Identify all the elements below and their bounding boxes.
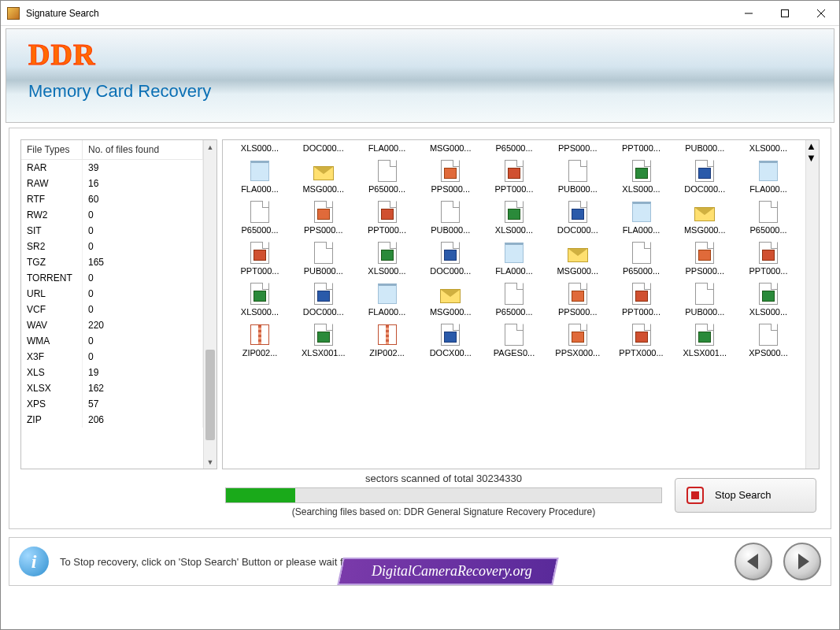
- file-item[interactable]: PPT000...: [483, 158, 545, 194]
- file-item[interactable]: XLS000...: [229, 143, 290, 153]
- file-item[interactable]: PPT000...: [738, 239, 799, 276]
- file-type-row[interactable]: RAR39: [21, 160, 203, 176]
- file-type-row[interactable]: WMA0: [21, 333, 203, 349]
- forward-button[interactable]: [783, 543, 821, 580]
- file-type-name: XLSX: [21, 380, 83, 396]
- file-types-scrollbar[interactable]: ▲ ▼: [203, 140, 216, 469]
- file-item[interactable]: XLS000...: [611, 158, 672, 194]
- scroll-down-icon[interactable]: ▼: [806, 152, 819, 164]
- file-item[interactable]: PPT000...: [357, 198, 418, 235]
- col-file-types[interactable]: File Types: [21, 140, 83, 159]
- file-type-count: 0: [83, 270, 203, 286]
- col-files-count[interactable]: No. of files found: [83, 140, 203, 159]
- file-type-row[interactable]: URL0: [21, 286, 203, 302]
- scroll-thumb[interactable]: [205, 350, 215, 440]
- file-item[interactable]: MSG000...: [420, 143, 481, 153]
- file-item[interactable]: PUB000...: [674, 143, 735, 153]
- file-item[interactable]: FLA000...: [483, 239, 545, 276]
- file-item[interactable]: DOC000...: [547, 198, 609, 235]
- file-item[interactable]: MSG000...: [293, 158, 354, 194]
- file-item[interactable]: PPS000...: [547, 280, 609, 317]
- file-item[interactable]: PPS000...: [293, 198, 354, 235]
- file-name: XLS000...: [357, 266, 418, 276]
- file-item[interactable]: PUB000...: [293, 239, 354, 276]
- file-item[interactable]: P65000...: [357, 158, 418, 194]
- file-type-row[interactable]: RW20: [21, 207, 203, 223]
- file-item[interactable]: P65000...: [483, 280, 545, 317]
- file-type-count: 16: [83, 176, 203, 191]
- file-item[interactable]: P65000...: [483, 143, 545, 153]
- file-item[interactable]: XLS000...: [738, 280, 799, 317]
- file-item[interactable]: MSG000...: [674, 198, 735, 235]
- file-item[interactable]: P65000...: [229, 198, 290, 235]
- file-item[interactable]: DOC000...: [674, 158, 735, 194]
- file-item[interactable]: P65000...: [738, 198, 799, 235]
- file-name: PAGES0...: [483, 348, 545, 358]
- file-item[interactable]: XLS000...: [483, 198, 545, 235]
- scroll-up-icon[interactable]: ▲: [806, 140, 819, 152]
- file-item[interactable]: XLS000...: [229, 280, 290, 317]
- file-type-row[interactable]: TORRENT0: [21, 270, 203, 286]
- minimize-button[interactable]: [731, 2, 767, 25]
- file-item[interactable]: FLA000...: [357, 143, 418, 153]
- file-item[interactable]: PPT000...: [611, 280, 672, 317]
- file-name: MSG000...: [293, 184, 354, 194]
- page-icon: [314, 242, 333, 264]
- file-item[interactable]: XLSX001...: [293, 321, 354, 358]
- file-item[interactable]: PPS000...: [420, 158, 481, 194]
- file-name: PPSX000...: [547, 348, 609, 358]
- file-item[interactable]: XLS000...: [738, 143, 799, 153]
- file-type-row[interactable]: XLS19: [21, 365, 203, 380]
- file-type-row[interactable]: ZIP206: [21, 412, 203, 428]
- file-name: XLS000...: [738, 143, 799, 153]
- file-item[interactable]: DOC000...: [293, 143, 354, 153]
- file-type-row[interactable]: SR20: [21, 239, 203, 254]
- file-item[interactable]: PPTX000...: [611, 321, 672, 358]
- file-item[interactable]: P65000...: [611, 239, 672, 276]
- scroll-down-icon[interactable]: ▼: [204, 455, 216, 469]
- file-item[interactable]: ZIP002...: [357, 321, 418, 358]
- file-item[interactable]: MSG000...: [420, 280, 481, 317]
- file-item[interactable]: FLA000...: [357, 280, 418, 317]
- file-item[interactable]: DOC000...: [293, 280, 354, 317]
- stop-search-button[interactable]: Stop Search: [675, 478, 816, 513]
- file-item[interactable]: PPS000...: [674, 239, 735, 276]
- file-item[interactable]: FLA000...: [611, 198, 672, 235]
- close-button[interactable]: [803, 2, 839, 25]
- app-icon: [7, 7, 20, 20]
- file-item[interactable]: PUB000...: [674, 280, 735, 317]
- file-item[interactable]: XPS000...: [738, 321, 799, 358]
- file-item[interactable]: PPSX000...: [547, 321, 609, 358]
- file-type-row[interactable]: XLSX162: [21, 380, 203, 396]
- file-item[interactable]: PUB000...: [420, 198, 481, 235]
- back-button[interactable]: [735, 543, 772, 580]
- maximize-button[interactable]: [767, 2, 803, 25]
- file-type-row[interactable]: SIT0: [21, 223, 203, 239]
- file-item[interactable]: FLA000...: [738, 158, 799, 194]
- file-type-row[interactable]: RAW16: [21, 176, 203, 191]
- pps-icon: [314, 201, 333, 223]
- file-item[interactable]: ZIP002...: [229, 321, 290, 358]
- file-name: ZIP002...: [357, 348, 418, 358]
- file-item[interactable]: PPS000...: [547, 143, 609, 153]
- file-type-row[interactable]: TGZ165: [21, 254, 203, 270]
- file-type-row[interactable]: RTF60: [21, 191, 203, 207]
- file-type-row[interactable]: XPS57: [21, 396, 203, 412]
- file-type-row[interactable]: VCF0: [21, 302, 203, 317]
- file-item[interactable]: PUB000...: [547, 158, 609, 194]
- file-type-row[interactable]: WAV220: [21, 317, 203, 333]
- file-type-row[interactable]: X3F0: [21, 349, 203, 365]
- file-item[interactable]: PPT000...: [611, 143, 672, 153]
- scroll-up-icon[interactable]: ▲: [204, 140, 216, 154]
- file-item[interactable]: PAGES0...: [483, 321, 545, 358]
- files-scrollbar[interactable]: ▲ ▼: [805, 140, 819, 469]
- file-type-name: URL: [21, 286, 83, 302]
- file-item[interactable]: DOCX00...: [420, 321, 481, 358]
- file-item[interactable]: XLS000...: [357, 239, 418, 276]
- page-icon: [441, 201, 460, 223]
- file-item[interactable]: PPT000...: [229, 239, 290, 276]
- file-item[interactable]: MSG000...: [547, 239, 609, 276]
- file-item[interactable]: DOC000...: [420, 239, 481, 276]
- file-item[interactable]: XLSX001...: [674, 321, 735, 358]
- file-item[interactable]: FLA000...: [229, 158, 290, 194]
